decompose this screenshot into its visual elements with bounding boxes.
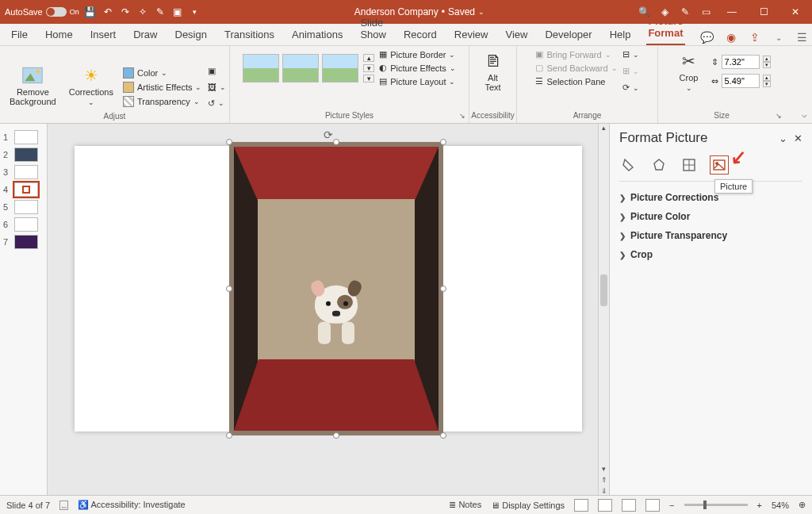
- maximize-button[interactable]: ☐: [752, 4, 776, 20]
- save-icon[interactable]: 💾: [84, 6, 97, 18]
- tab-transitions[interactable]: Transitions: [223, 26, 276, 45]
- slideshow-view-icon[interactable]: [645, 499, 660, 512]
- style-thumb[interactable]: [322, 54, 358, 82]
- selected-picture[interactable]: [229, 142, 443, 435]
- crop-button[interactable]: ✂ Crop ⌄: [673, 49, 705, 94]
- corrections-button[interactable]: ☀ Corrections ⌄: [66, 63, 117, 108]
- notes-button[interactable]: ≣ Notes: [449, 500, 481, 510]
- record-icon[interactable]: ◉: [723, 29, 739, 45]
- touch-icon[interactable]: ✧: [136, 6, 149, 18]
- resize-handle-nw[interactable]: [226, 139, 232, 145]
- group-icon[interactable]: ⊞⌄: [622, 66, 639, 76]
- tab-developer[interactable]: Developer: [543, 26, 593, 45]
- picture-border-button[interactable]: ▦Picture Border⌄: [379, 49, 456, 59]
- qat-overflow-icon[interactable]: ▾: [189, 6, 201, 18]
- size-launcher-icon[interactable]: ↘: [776, 112, 782, 120]
- redo-icon[interactable]: ↷: [119, 6, 132, 18]
- bring-forward-button[interactable]: ▣Bring Forward⌄: [535, 49, 617, 59]
- picture-corrections-section[interactable]: ❯Picture Corrections: [619, 188, 802, 207]
- slide-thumbnail-panel[interactable]: 1234567: [0, 124, 48, 495]
- zoom-thumb[interactable]: [703, 501, 707, 509]
- picture-styles-gallery[interactable]: ▴ ▾ ▾: [243, 54, 374, 82]
- display-settings-button[interactable]: 🖥 Display Settings: [491, 501, 565, 510]
- picture-layout-button[interactable]: ▤Picture Layout⌄: [379, 76, 456, 86]
- minimize-button[interactable]: —: [720, 4, 744, 20]
- fill-line-tab-icon[interactable]: [619, 155, 638, 175]
- share-icon[interactable]: ⇪: [747, 29, 763, 45]
- remove-background-button[interactable]: Remove Background: [6, 63, 59, 108]
- close-button[interactable]: ✕: [783, 4, 807, 20]
- reset-picture-icon[interactable]: ↺ ⌄: [208, 98, 226, 109]
- picture-color-section[interactable]: ❯Picture Color: [619, 207, 802, 226]
- slide-thumbnail[interactable]: 1: [0, 128, 47, 146]
- tab-insert[interactable]: Insert: [89, 26, 118, 45]
- selection-pane-button[interactable]: ☰Selection Pane: [535, 76, 617, 86]
- zoom-in-icon[interactable]: +: [757, 501, 762, 510]
- send-backward-button[interactable]: ▢Send Backward⌄: [535, 63, 617, 73]
- scroll-down-icon[interactable]: ▾: [599, 465, 609, 473]
- tab-picture-format[interactable]: Picture Format: [646, 13, 684, 45]
- rotate-icon[interactable]: ⟳⌄: [622, 82, 639, 93]
- tab-design[interactable]: Design: [174, 26, 209, 45]
- picture-tab-icon[interactable]: [710, 155, 729, 175]
- rotate-handle-icon[interactable]: ⟳: [324, 128, 333, 141]
- scrollbar-thumb[interactable]: [600, 274, 607, 306]
- zoom-out-icon[interactable]: −: [669, 501, 674, 510]
- comments-icon[interactable]: 💬: [699, 29, 715, 45]
- normal-view-icon[interactable]: [574, 499, 588, 512]
- scroll-up-icon[interactable]: ▴: [599, 124, 609, 132]
- tab-help[interactable]: Help: [608, 26, 633, 45]
- resize-handle-s[interactable]: [333, 432, 339, 439]
- slide-thumbnail[interactable]: 2: [0, 146, 47, 163]
- gallery-down-icon[interactable]: ▾: [363, 64, 374, 72]
- slide-counter[interactable]: Slide 4 of 7: [6, 501, 50, 510]
- collapse-ribbon-icon[interactable]: ☰: [795, 29, 810, 45]
- width-input[interactable]: [722, 74, 760, 88]
- picture-effects-button[interactable]: ◐Picture Effects⌄: [379, 63, 456, 73]
- gallery-up-icon[interactable]: ▴: [363, 54, 374, 62]
- gallery-more-icon[interactable]: ▾: [363, 75, 374, 82]
- slide-editor[interactable]: ⟳: [48, 124, 609, 495]
- undo-icon[interactable]: ↶: [102, 6, 114, 18]
- tab-animations[interactable]: Animations: [290, 26, 344, 45]
- reading-view-icon[interactable]: [622, 499, 636, 512]
- resize-handle-se[interactable]: [440, 432, 446, 439]
- align-icon[interactable]: ⊟⌄: [622, 49, 639, 59]
- vertical-scrollbar[interactable]: ▴ ▾ ⇑ ⇓: [598, 124, 609, 495]
- zoom-slider[interactable]: [684, 504, 748, 506]
- slide-thumbnail[interactable]: 4: [0, 181, 47, 198]
- style-thumb[interactable]: [282, 54, 319, 82]
- fit-to-window-icon[interactable]: ⊕: [799, 500, 806, 510]
- ribbon-mode-icon[interactable]: ▭: [699, 6, 712, 18]
- slide-thumbnail[interactable]: 7: [0, 233, 47, 251]
- language-icon[interactable]: ⎵: [59, 501, 68, 510]
- change-picture-icon[interactable]: 🖼 ⌄: [208, 82, 226, 92]
- qat-icon[interactable]: ✎: [154, 6, 167, 18]
- tab-draw[interactable]: Draw: [132, 26, 159, 45]
- resize-handle-sw[interactable]: [226, 432, 232, 439]
- style-thumb[interactable]: [243, 54, 279, 82]
- slide-thumbnail[interactable]: 5: [0, 198, 47, 216]
- width-down-icon[interactable]: ▾: [763, 81, 771, 87]
- height-input[interactable]: [722, 55, 760, 69]
- resize-handle-n[interactable]: [333, 139, 339, 145]
- pane-options-icon[interactable]: ⌄: [779, 132, 787, 144]
- height-up-icon[interactable]: ▴: [763, 56, 771, 62]
- tab-slideshow[interactable]: Slide Show: [358, 14, 388, 45]
- present-icon[interactable]: ▣: [171, 6, 184, 18]
- tab-home[interactable]: Home: [44, 26, 75, 45]
- tab-view[interactable]: View: [504, 26, 529, 45]
- size-properties-tab-icon[interactable]: [680, 155, 699, 175]
- slide-thumbnail[interactable]: 3: [0, 163, 47, 181]
- effects-tab-icon[interactable]: [649, 155, 668, 175]
- alt-text-button[interactable]: 🖹 Alt Text: [477, 49, 509, 94]
- artistic-effects-button[interactable]: Artistic Effects⌄: [123, 82, 201, 93]
- tab-record[interactable]: Record: [402, 26, 439, 45]
- prev-slide-icon[interactable]: ⇑: [599, 476, 609, 484]
- compress-pictures-icon[interactable]: ▣: [208, 66, 226, 76]
- transparency-button[interactable]: Transparency⌄: [123, 96, 201, 107]
- next-slide-icon[interactable]: ⇓: [599, 487, 609, 495]
- height-down-icon[interactable]: ▾: [763, 62, 771, 68]
- picture-transparency-section[interactable]: ❯Picture Transparency: [619, 226, 802, 245]
- width-up-icon[interactable]: ▴: [763, 75, 771, 81]
